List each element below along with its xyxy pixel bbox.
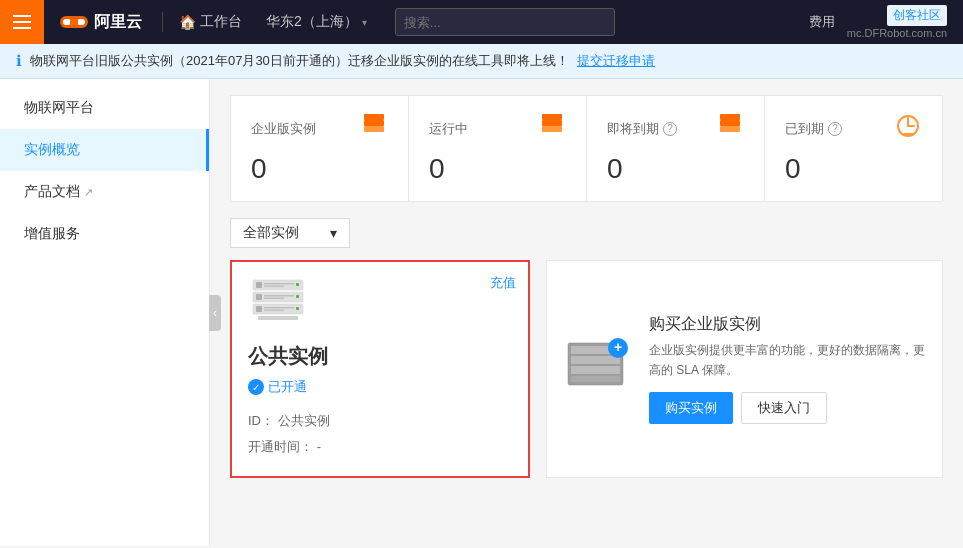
stat-value-expiring: 0 xyxy=(607,153,744,185)
svg-rect-10 xyxy=(720,126,740,132)
nav-logo: 阿里云 xyxy=(44,11,158,33)
expiring-icon xyxy=(716,112,744,145)
svg-rect-11 xyxy=(720,120,740,126)
id-value: 公共实例 xyxy=(278,413,330,428)
svg-rect-7 xyxy=(542,126,562,132)
sidebar-item-label: 增值服务 xyxy=(24,225,80,241)
instance-id-row: ID： 公共实例 xyxy=(248,408,512,434)
search-input[interactable] xyxy=(395,8,615,36)
home-icon: 🏠 xyxy=(179,14,196,30)
server-svg-icon xyxy=(248,278,308,328)
chevron-left-icon: ‹ xyxy=(213,306,217,320)
hamburger-icon xyxy=(13,15,31,29)
svg-rect-4 xyxy=(364,126,384,132)
stat-header: 已到期 ? xyxy=(785,112,922,145)
svg-rect-29 xyxy=(258,316,298,320)
time-value: - xyxy=(317,439,321,454)
filter-label: 全部实例 xyxy=(243,224,299,242)
stat-label-expired: 已到期 ? xyxy=(785,120,842,138)
server-image xyxy=(248,278,512,331)
instance-info: ID： 公共实例 开通时间： - xyxy=(248,408,512,460)
buy-buttons: 购买实例 快速入门 xyxy=(649,392,926,424)
sidebar-item-product-docs[interactable]: 产品文档 ↗ xyxy=(0,171,209,213)
public-instance-card: 充值 xyxy=(230,260,530,478)
stat-label-enterprise: 企业版实例 xyxy=(251,120,316,138)
sidebar-collapse-button[interactable]: ‹ xyxy=(209,295,221,331)
nav-right: 费用 创客社区 mc.DFRobot.com.cn xyxy=(793,5,963,39)
buy-enterprise-card: + 购买企业版实例 企业版实例提供更丰富的功能，更好的数据隔离，更高的 SLA … xyxy=(546,260,943,478)
svg-rect-2 xyxy=(77,19,85,25)
instance-title: 公共实例 xyxy=(248,343,512,370)
region-label: 华东2（上海） xyxy=(266,13,358,31)
sidebar-item-value-added[interactable]: 增值服务 xyxy=(0,213,209,255)
stat-value-running: 0 xyxy=(429,153,566,185)
buy-description: 企业版实例提供更丰富的功能，更好的数据隔离，更高的 SLA 保障。 xyxy=(649,341,926,379)
svg-rect-9 xyxy=(542,114,562,120)
community-badge: 创客社区 xyxy=(887,5,947,26)
svg-rect-32 xyxy=(571,356,620,364)
stat-header: 即将到期 ? xyxy=(607,112,744,145)
region-selector[interactable]: 华东2（上海） ▾ xyxy=(254,0,379,44)
svg-rect-1 xyxy=(63,19,71,25)
banner-link[interactable]: 提交迁移申请 xyxy=(577,52,655,70)
svg-rect-34 xyxy=(571,376,620,382)
sidebar-item-instance-overview[interactable]: 实例概览 xyxy=(0,129,209,171)
stats-row: 企业版实例 0 运行中 xyxy=(230,95,943,202)
stat-card-running: 运行中 0 xyxy=(409,96,587,201)
running-icon xyxy=(538,112,566,145)
stat-label-running: 运行中 xyxy=(429,120,468,138)
community-domain: mc.DFRobot.com.cn xyxy=(847,27,947,39)
nav-separator-1 xyxy=(162,12,163,32)
workbench-label: 工作台 xyxy=(200,13,242,31)
stat-value-expired: 0 xyxy=(785,153,922,185)
svg-rect-27 xyxy=(264,310,284,312)
logo-label: 阿里云 xyxy=(94,12,142,33)
recharge-button[interactable]: 充值 xyxy=(490,274,516,292)
svg-rect-12 xyxy=(720,114,740,120)
stat-card-expired: 已到期 ? 0 xyxy=(765,96,942,201)
dropdown-arrow-icon: ▾ xyxy=(330,225,337,241)
info-icon: ℹ xyxy=(16,52,22,70)
svg-rect-17 xyxy=(264,286,284,288)
buy-instance-button[interactable]: 购买实例 xyxy=(649,392,733,424)
info-circle-icon: ? xyxy=(663,122,677,136)
quick-start-button[interactable]: 快速入门 xyxy=(741,392,827,424)
chevron-down-icon: ▾ xyxy=(362,17,367,28)
hamburger-button[interactable] xyxy=(0,0,44,44)
instance-filter-select[interactable]: 全部实例 ▾ xyxy=(230,218,350,248)
svg-rect-25 xyxy=(256,306,262,312)
stat-header: 企业版实例 xyxy=(251,112,388,145)
workbench-nav-item[interactable]: 🏠 工作台 xyxy=(167,0,254,44)
svg-rect-28 xyxy=(296,307,299,310)
search-area xyxy=(379,8,793,36)
svg-rect-8 xyxy=(542,120,562,126)
stat-label-expiring: 即将到期 ? xyxy=(607,120,677,138)
svg-rect-6 xyxy=(364,114,384,120)
svg-rect-22 xyxy=(264,298,284,300)
sidebar-item-iot-platform[interactable]: 物联网平台 xyxy=(0,87,209,129)
expired-icon xyxy=(894,112,922,145)
fee-link[interactable]: 费用 xyxy=(809,13,835,31)
svg-rect-3 xyxy=(70,19,78,25)
sidebar-item-label: 实例概览 xyxy=(24,141,80,157)
time-label: 开通时间： xyxy=(248,439,313,454)
svg-rect-15 xyxy=(256,282,262,288)
check-circle-icon: ✓ xyxy=(248,379,264,395)
status-label[interactable]: 已开通 xyxy=(268,378,307,396)
stat-card-expiring: 即将到期 ? 0 xyxy=(587,96,765,201)
stat-header: 运行中 xyxy=(429,112,566,145)
svg-rect-16 xyxy=(264,283,294,285)
external-link-icon: ↗ xyxy=(84,186,93,198)
sidebar: 物联网平台 实例概览 产品文档 ↗ 增值服务 ‹ xyxy=(0,79,210,546)
svg-rect-20 xyxy=(256,294,262,300)
sidebar-item-label: 物联网平台 xyxy=(24,99,94,115)
svg-rect-21 xyxy=(264,295,294,297)
svg-text:+: + xyxy=(614,339,622,355)
filter-row: 全部实例 ▾ xyxy=(230,218,943,248)
sidebar-item-label: 产品文档 xyxy=(24,183,80,199)
buy-title: 购买企业版实例 xyxy=(649,314,926,335)
svg-rect-5 xyxy=(364,120,384,126)
main-layout: 物联网平台 实例概览 产品文档 ↗ 增值服务 ‹ 企业版实例 xyxy=(0,79,963,546)
info-circle-icon-2: ? xyxy=(828,122,842,136)
instance-status: ✓ 已开通 xyxy=(248,378,512,396)
